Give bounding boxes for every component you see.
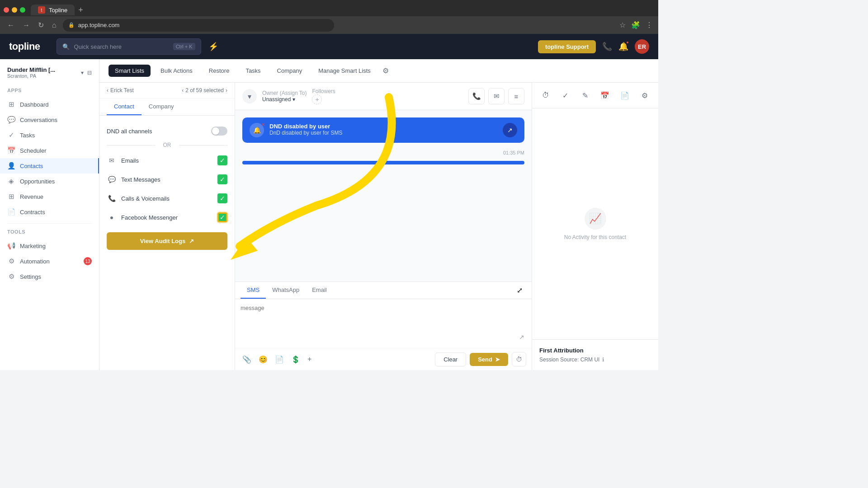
email-action-button[interactable]: ✉ bbox=[488, 88, 505, 104]
template-icon[interactable]: 📄 bbox=[273, 353, 286, 366]
info-icon[interactable]: ℹ bbox=[602, 357, 604, 363]
owner-value[interactable]: Unassigned ▾ bbox=[262, 96, 307, 103]
tab-smart-lists[interactable]: Smart Lists bbox=[108, 65, 151, 77]
tab-company[interactable]: Company bbox=[142, 99, 181, 115]
main-content: Smart Lists Bulk Actions Restore Tasks C… bbox=[99, 59, 658, 370]
sidebar-item-revenue[interactable]: ⊞ Revenue bbox=[0, 189, 99, 204]
send-button[interactable]: Send ➤ bbox=[470, 353, 508, 366]
contracts-icon: 📄 bbox=[7, 208, 15, 216]
new-tab-button[interactable]: + bbox=[78, 5, 83, 15]
sidebar-label-opportunities: Opportunities bbox=[20, 178, 55, 185]
edit-icon[interactable]: ✎ bbox=[578, 88, 593, 103]
audit-logs-button[interactable]: View Audit Logs ↗ bbox=[107, 232, 227, 250]
tab-company[interactable]: Company bbox=[271, 65, 309, 77]
settings-panel-icon[interactable]: ⚙ bbox=[637, 88, 652, 103]
sidebar-item-conversations[interactable]: 💬 Conversations bbox=[0, 112, 99, 127]
sidebar-item-tasks[interactable]: ✓ Tasks bbox=[0, 127, 99, 143]
forward-button[interactable]: → bbox=[21, 20, 32, 30]
phone-action-button[interactable]: 📞 bbox=[468, 88, 485, 104]
back-button[interactable]: ‹ Erick Test bbox=[107, 87, 134, 94]
left-panel: ‹ Erick Test ‹ 2 of 59 selected › Contac… bbox=[99, 83, 235, 370]
star-icon[interactable]: ☆ bbox=[619, 21, 626, 29]
chat-tabs: SMS WhatsApp Email ⤢ bbox=[235, 282, 532, 299]
sidebar-item-automation[interactable]: ⚙ Automation 13 bbox=[0, 253, 99, 269]
search-icon: 🔍 bbox=[62, 43, 70, 50]
sidebar-item-contracts[interactable]: 📄 Contracts bbox=[0, 204, 99, 220]
sms-checkbox[interactable]: ✓ bbox=[217, 174, 227, 184]
sidebar-item-settings[interactable]: ⚙ Settings bbox=[0, 269, 99, 284]
extensions-icon[interactable]: 🧩 bbox=[631, 21, 640, 29]
avatar[interactable]: ER bbox=[635, 39, 649, 54]
dnd-user-avatar[interactable]: ↗ bbox=[503, 123, 517, 137]
tab-restore[interactable]: Restore bbox=[203, 65, 236, 77]
chat-chevron-button[interactable]: ▾ bbox=[242, 89, 257, 103]
channel-name-sms: Text Messages bbox=[121, 176, 160, 183]
channel-row-calls: 📞 Calls & Voicemails ✓ bbox=[107, 189, 227, 208]
tab-bulk-actions[interactable]: Bulk Actions bbox=[154, 65, 199, 77]
sidebar-item-dashboard[interactable]: ⊞ Dashboard bbox=[0, 97, 99, 112]
chevron-left-icon[interactable]: ‹ bbox=[182, 87, 184, 94]
menu-icon[interactable]: ⋮ bbox=[646, 21, 653, 29]
more-action-button[interactable]: ≡ bbox=[508, 88, 524, 104]
home-button[interactable]: ⌂ bbox=[50, 20, 58, 30]
minimize-dot[interactable] bbox=[12, 7, 17, 13]
url-bar[interactable]: 🔒 app.topline.com bbox=[63, 19, 334, 32]
close-dot[interactable] bbox=[4, 7, 9, 13]
tasks-panel-icon[interactable]: ✓ bbox=[558, 88, 573, 103]
facebook-checkbox[interactable]: ✓ bbox=[217, 212, 227, 222]
panel-body: DND all channels OR ✉ Emails ✓ bbox=[99, 116, 235, 370]
schedule-button[interactable]: ⏱ bbox=[512, 352, 526, 366]
sidebar-item-contacts[interactable]: 👤 Contacts bbox=[0, 158, 99, 174]
sidebar-label-contacts: Contacts bbox=[20, 163, 43, 169]
tab-tasks[interactable]: Tasks bbox=[239, 65, 267, 77]
active-tab[interactable]: t Topline bbox=[31, 5, 75, 15]
emails-checkbox[interactable]: ✓ bbox=[217, 155, 227, 165]
add-icon[interactable]: + bbox=[306, 353, 313, 365]
chat-header: ▾ Owner (Assign To) Unassigned ▾ Followe… bbox=[235, 83, 532, 110]
clear-button[interactable]: Clear bbox=[435, 352, 466, 366]
followers-label: Followers bbox=[312, 88, 335, 94]
calls-checkbox[interactable]: ✓ bbox=[217, 193, 227, 203]
chat-actions: 📞 ✉ ≡ bbox=[468, 88, 524, 104]
owner-chevron-icon: ▾ bbox=[292, 96, 295, 103]
notification-dot bbox=[626, 41, 629, 44]
sidebar-item-marketing[interactable]: 📢 Marketing bbox=[0, 238, 99, 253]
chat-tab-sms[interactable]: SMS bbox=[241, 282, 266, 299]
message-input[interactable] bbox=[241, 305, 526, 341]
sidebar-item-scheduler[interactable]: 📅 Scheduler bbox=[0, 143, 99, 158]
calendar-icon[interactable]: 📅 bbox=[598, 88, 612, 103]
expand-icon[interactable]: ⤢ bbox=[513, 282, 526, 299]
emoji-icon[interactable]: 😊 bbox=[257, 353, 269, 366]
header-right: topline Support 📞 🔔 ER bbox=[538, 39, 649, 54]
chevron-right-icon[interactable]: › bbox=[226, 87, 227, 94]
workspace-chevron-icon[interactable]: ▾ bbox=[81, 70, 84, 76]
phone-icon[interactable]: 📞 bbox=[602, 42, 612, 52]
support-button[interactable]: topline Support bbox=[538, 40, 596, 53]
channel-name-emails: Emails bbox=[121, 157, 139, 164]
sidebar-divider bbox=[7, 223, 92, 224]
dnd-toggle[interactable] bbox=[211, 127, 227, 136]
activity-icon[interactable]: ⏱ bbox=[538, 88, 553, 103]
textarea-expand-icon[interactable]: ↗ bbox=[519, 333, 524, 341]
back-button[interactable]: ← bbox=[5, 20, 16, 30]
chat-tab-whatsapp[interactable]: WhatsApp bbox=[266, 282, 306, 299]
followers-add-button[interactable]: + bbox=[312, 94, 322, 104]
sidebar-label-contracts: Contracts bbox=[20, 209, 45, 216]
tab-manage-smart-lists[interactable]: Manage Smart Lists bbox=[312, 65, 377, 77]
marketing-icon: 📢 bbox=[7, 242, 15, 250]
calls-channel-icon: 📞 bbox=[107, 193, 117, 203]
chat-tab-email[interactable]: Email bbox=[306, 282, 333, 299]
bell-icon[interactable]: 🔔 bbox=[618, 42, 628, 52]
maximize-dot[interactable] bbox=[20, 7, 25, 13]
sidebar-toggle-icon[interactable]: ⊟ bbox=[87, 70, 92, 76]
sidebar-item-opportunities[interactable]: ◈ Opportunities bbox=[0, 174, 99, 189]
reload-button[interactable]: ↻ bbox=[36, 20, 46, 30]
lightning-icon[interactable]: ⚡ bbox=[208, 42, 218, 52]
search-bar[interactable]: 🔍 Quick search here Ctrl + K bbox=[57, 38, 201, 55]
payment-icon[interactable]: 💲 bbox=[289, 353, 302, 366]
notes-icon[interactable]: 📄 bbox=[618, 88, 632, 103]
tab-contact[interactable]: Contact bbox=[107, 99, 142, 115]
nav-gear-icon[interactable]: ⚙ bbox=[382, 66, 389, 75]
attachment-icon[interactable]: 📎 bbox=[241, 353, 253, 366]
panel-header: ‹ Erick Test ‹ 2 of 59 selected › bbox=[99, 83, 235, 99]
